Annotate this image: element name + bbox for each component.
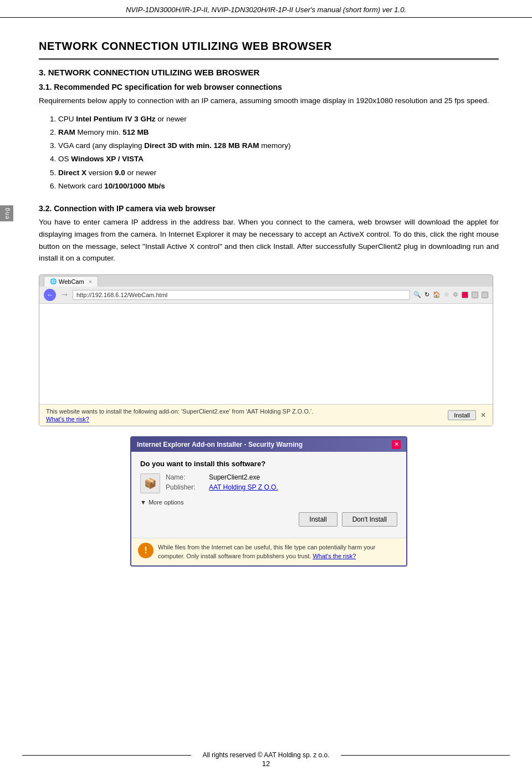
gear-icon[interactable]: ⚙: [453, 291, 458, 298]
more-options-label[interactable]: More options: [149, 499, 184, 506]
browser-tab-label: WebCam: [59, 278, 84, 285]
language-tab: eng: [0, 205, 13, 221]
page-header: NVIP-1DN3000H/IR-1P-II, NVIP-1DN3020H/IR…: [0, 0, 532, 18]
header-title: NVIP-1DN3000H/IR-1P-II, NVIP-1DN3020H/IR…: [126, 6, 406, 14]
security-dialog: Internet Explorer Add-on Installer - Sec…: [130, 436, 407, 567]
notification-text: This website wants to install the follow…: [46, 408, 313, 415]
dialog-name-row: 📦 Name: SuperClient2.exe Publisher: AAT …: [140, 473, 397, 493]
dialog-name-info: Name: SuperClient2.exe Publisher: AAT Ho…: [166, 473, 278, 493]
page-number: 12: [0, 759, 532, 768]
dialog-button-row: Install Don't Install: [140, 512, 397, 527]
browser-tab-bar: 🌐 WebCam ×: [39, 275, 493, 287]
name-value: SuperClient2.exe: [209, 473, 260, 481]
dialog-publisher-row: Publisher: AAT Holding SP Z O.O.: [166, 483, 278, 491]
refresh-icon[interactable]: ↻: [424, 291, 429, 298]
home-icon[interactable]: 🏠: [433, 291, 441, 298]
window-maximize-button[interactable]: [482, 292, 488, 298]
section-divider: [39, 58, 499, 60]
list-item: 6. Network card 10/100/1000 Mb/s: [50, 180, 499, 193]
connection-text: You have to enter camera IP address in t…: [39, 216, 499, 264]
window-close-button[interactable]: [462, 292, 468, 298]
dialog-titlebar: Internet Explorer Add-on Installer - Sec…: [131, 437, 406, 452]
list-item: 4. OS Windows XP / VISTA: [50, 152, 499, 166]
browser-tab[interactable]: 🌐 WebCam ×: [44, 276, 98, 287]
more-options-row: ▼ More options: [140, 499, 397, 506]
warning-text-area: While files from the Internet can be use…: [158, 543, 400, 561]
publisher-value[interactable]: AAT Holding SP Z O.O.: [209, 483, 278, 491]
name-label: Name:: [166, 473, 204, 481]
section32-heading: 3.2. Connection with IP camera via web b…: [39, 204, 499, 213]
content-area: NETWORK CONNECTION UTILIZING WEB BROWSER…: [0, 18, 532, 588]
footer: All rights reserved © AAT Holding sp. z …: [0, 751, 532, 759]
more-options-arrow: ▼: [140, 499, 146, 506]
search-icon[interactable]: 🔍: [413, 291, 421, 298]
warning-link[interactable]: What's the risk?: [313, 553, 356, 559]
list-item: 3. VGA card (any displaying Direct 3D wi…: [50, 139, 499, 152]
dialog-question: Do you want to install this software?: [140, 460, 397, 468]
install-button[interactable]: Install: [299, 512, 337, 527]
dialog-name-row-inner: Name: SuperClient2.exe: [166, 473, 278, 481]
list-item: 5. Direct X version 9.0 or newer: [50, 166, 499, 180]
window-minimize-button[interactable]: [472, 292, 478, 298]
dialog-warning: ! While files from the Internet can be u…: [131, 538, 406, 565]
footer-line-left: [22, 755, 191, 756]
forward-icon[interactable]: →: [59, 289, 69, 300]
browser-nav: ← → http://192.168.6.12/WebCam.html 🔍 ↻ …: [39, 287, 493, 304]
notification-bar: This website wants to install the follow…: [39, 404, 493, 426]
list-item: 1. CPU Intel Pentium IV 3 GHz or newer: [50, 113, 499, 126]
page-title: NETWORK CONNECTION UTILIZING WEB BROWSER: [39, 40, 499, 53]
footer-line-right: [341, 755, 510, 756]
dont-install-button[interactable]: Don't Install: [342, 512, 397, 527]
section31-heading: 3.1. Recommended PC specification for we…: [39, 83, 499, 91]
dialog-close-button[interactable]: ✕: [392, 440, 401, 449]
browser-mockup: 🌐 WebCam × ← → http://192.168.6.12/WebCa…: [39, 274, 493, 426]
star-icon[interactable]: ☆: [444, 291, 449, 298]
tab-close-icon[interactable]: ×: [89, 278, 92, 285]
section3-heading: 3. NETWORK CONNECTION UTILIZING WEB BROS…: [39, 68, 499, 77]
browser-content: This website wants to install the follow…: [39, 304, 493, 426]
dialog-body: Do you want to install this software? 📦 …: [131, 452, 406, 538]
back-button[interactable]: ←: [44, 289, 56, 301]
dialog-title: Internet Explorer Add-on Installer - Sec…: [137, 441, 303, 448]
software-icon: 📦: [140, 473, 160, 493]
notification-install-button[interactable]: Install: [448, 410, 476, 420]
notification-link[interactable]: What's the risk?: [46, 416, 313, 422]
notification-close-icon[interactable]: ✕: [480, 411, 486, 419]
dialog-box: Internet Explorer Add-on Installer - Sec…: [130, 436, 407, 567]
footer-text: All rights reserved © AAT Holding sp. z …: [202, 751, 329, 759]
requirements-text: Requirements below apply to connection w…: [39, 95, 499, 107]
address-bar[interactable]: http://192.168.6.12/WebCam.html: [73, 290, 410, 300]
publisher-label: Publisher:: [166, 483, 204, 491]
list-item: 2. RAM Memory min. 512 MB: [50, 126, 499, 139]
warning-icon: !: [138, 543, 154, 558]
